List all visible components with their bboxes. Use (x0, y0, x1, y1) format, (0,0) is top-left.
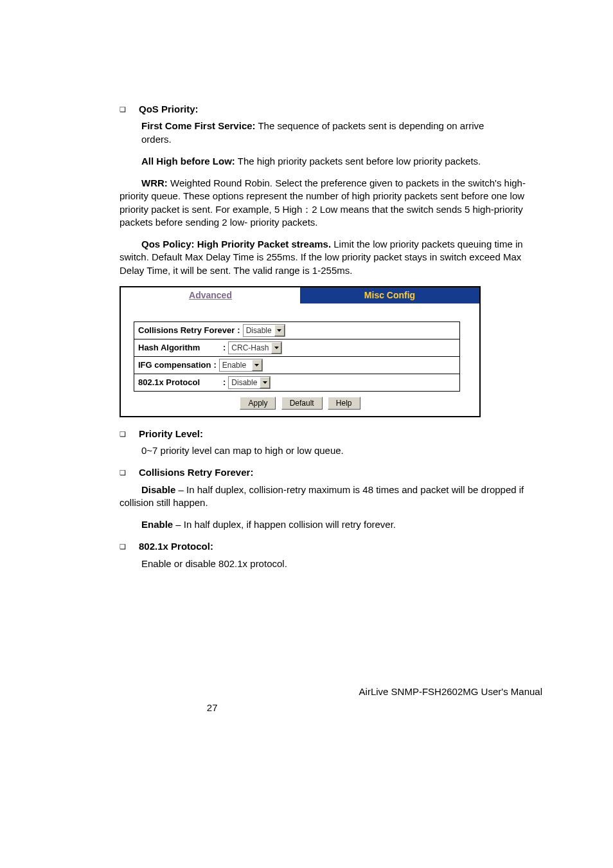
tab-row: Advanced Misc Config (121, 287, 479, 303)
bullet-content: Collisions Retry Forever: (139, 466, 542, 479)
label-ifg-compensation: IFG compensation (138, 360, 211, 370)
allhigh-text: The high priority packets sent before lo… (235, 156, 481, 167)
spacer (121, 303, 479, 321)
apply-button[interactable]: Apply (240, 397, 276, 410)
qos-priority-title: QoS Priority: (139, 104, 199, 114)
collisions-disable-text: – In half duplex, collision-retry maximu… (120, 484, 524, 508)
dot1x-text: Enable or disable 802.1x protocol. (141, 558, 287, 569)
row-8021x-protocol: 802.1x Protocol : Disable (134, 374, 459, 392)
document-page: ❏ QoS Priority: First Come First Service… (0, 0, 613, 771)
dropdown-value: CRC-Hash (229, 343, 271, 352)
paragraph-8021x: Enable or disable 802.1x protocol. (141, 557, 542, 570)
colon: : (237, 325, 240, 335)
dropdown-value: Disable (244, 326, 274, 335)
bullet-icon: ❏ (120, 466, 127, 479)
paragraph-wrr: WRR: Weighted Round Robin. Select the pr… (120, 177, 542, 229)
svg-marker-3 (263, 381, 267, 384)
bullet-content: 802.1x Protocol: (139, 540, 542, 553)
dot1x-title: 802.1x Protocol: (139, 541, 213, 552)
paragraph-collisions-disable: Disable – In half duplex, collision-retr… (120, 484, 542, 510)
dropdown-value: Disable (229, 378, 260, 387)
bullet-qos-priority: ❏ QoS Priority: (71, 103, 542, 116)
form-box: Collisions Retry Forever : Disable Hash … (134, 321, 460, 392)
priority-level-title: Priority Level: (139, 428, 203, 439)
fcfs-text-2: orders. (141, 134, 172, 145)
bullet-collisions: ❏ Collisions Retry Forever: (71, 466, 542, 479)
svg-marker-0 (277, 329, 281, 332)
paragraph-allhigh: All High before Low: The high priority p… (141, 155, 542, 168)
bullet-8021x: ❏ 802.1x Protocol: (71, 540, 542, 553)
label-8021x-protocol: 802.1x Protocol (138, 377, 220, 387)
collisions-disable-label: Disable (141, 484, 175, 495)
dropdown-8021x-protocol[interactable]: Disable (228, 376, 271, 389)
row-ifg-compensation: IFG compensation : Enable (134, 357, 459, 374)
bullet-icon: ❏ (120, 428, 127, 440)
priority-level-text: 0~7 priority level can map to high or lo… (141, 445, 344, 456)
default-button[interactable]: Default (281, 397, 323, 410)
qosdelay-label: Qos Policy: High Priority Packet streams… (141, 239, 331, 249)
wrr-text: Weighted Round Robin. Select the prefere… (120, 177, 526, 228)
bullet-icon: ❏ (120, 103, 127, 116)
paragraph-collisions-enable: Enable – In half duplex, if happen colli… (141, 518, 542, 531)
row-hash-algorithm: Hash Algorithm : CRC-Hash (134, 339, 459, 357)
paragraph-fcfs: First Come First Service: The sequence o… (141, 120, 542, 146)
dropdown-ifg-compensation[interactable]: Enable (219, 359, 263, 372)
bullet-priority-level: ❏ Priority Level: (71, 428, 542, 440)
chevron-down-icon (274, 325, 285, 336)
tab-misc-config[interactable]: Misc Config (300, 287, 479, 303)
allhigh-label: All High before Low: (141, 156, 235, 167)
chevron-down-icon (252, 359, 262, 371)
collisions-enable-text: – In half duplex, if happen collision wi… (173, 519, 396, 530)
paragraph-priority-level: 0~7 priority level can map to high or lo… (141, 444, 542, 457)
help-button[interactable]: Help (328, 397, 360, 410)
chevron-down-icon (260, 377, 270, 388)
dropdown-collisions-retry[interactable]: Disable (243, 324, 285, 337)
tab-advanced[interactable]: Advanced (121, 287, 300, 303)
row-collisions-retry: Collisions Retry Forever : Disable (134, 322, 459, 339)
collisions-title: Collisions Retry Forever: (139, 467, 253, 478)
colon: : (213, 360, 216, 370)
label-collisions-retry: Collisions Retry Forever (138, 325, 235, 335)
dropdown-hash-algorithm[interactable]: CRC-Hash (228, 341, 282, 354)
fcfs-label: First Come First Service: (141, 120, 256, 131)
wrr-label: WRR: (141, 177, 168, 188)
chevron-down-icon (271, 342, 281, 354)
fcfs-text-1: The sequence of packets sent is dependin… (256, 120, 484, 131)
bullet-icon: ❏ (120, 540, 127, 553)
page-number: 27 (71, 702, 353, 713)
colon: : (223, 377, 226, 387)
footer-product: AirLive SNMP-FSH2602MG User's Manual (71, 686, 542, 697)
collisions-enable-label: Enable (141, 519, 173, 530)
bullet-content: QoS Priority: (139, 103, 542, 116)
colon: : (223, 343, 226, 352)
button-row: Apply Default Help (121, 392, 479, 416)
bullet-content: Priority Level: (139, 428, 542, 440)
config-screenshot: Advanced Misc Config Collisions Retry Fo… (120, 286, 481, 417)
dropdown-value: Enable (220, 361, 252, 370)
label-hash-algorithm: Hash Algorithm (138, 343, 220, 352)
svg-marker-2 (254, 364, 259, 366)
svg-marker-1 (274, 347, 279, 349)
paragraph-qosdelay: Qos Policy: High Priority Packet streams… (120, 238, 542, 277)
